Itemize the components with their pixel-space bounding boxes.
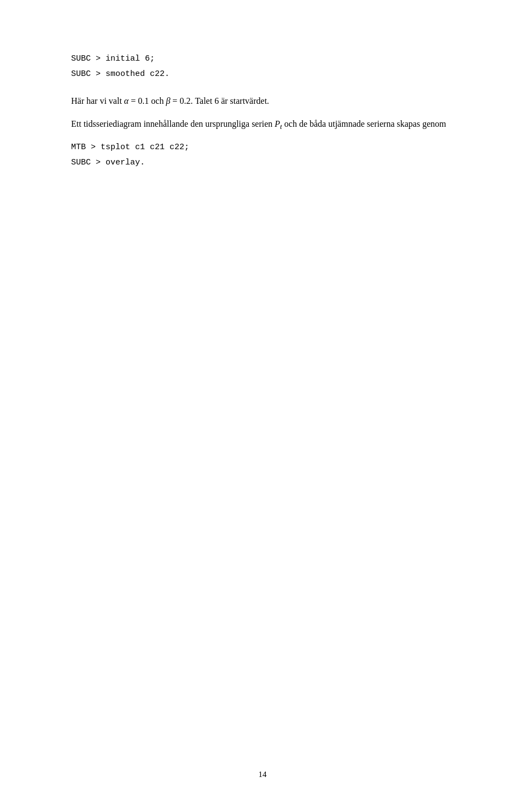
page-number: 14 [259, 770, 267, 779]
code-line-smoothed: SUBC > smoothed c22. [71, 68, 454, 81]
code-line-tsplot: MTB > tsplot c1 c21 c22; [71, 141, 454, 154]
code-line-overlay: SUBC > overlay. [71, 156, 454, 169]
code-block-subc-initial: SUBC > initial 6; [71, 52, 454, 66]
math-Pt: Pt [275, 119, 282, 128]
page: SUBC > initial 6; SUBC > smoothed c22. H… [0, 0, 525, 812]
content: SUBC > initial 6; SUBC > smoothed c22. H… [71, 52, 454, 169]
code-block-subc-smoothed: SUBC > smoothed c22. [71, 68, 454, 81]
code-block-subc-overlay: SUBC > overlay. [71, 156, 454, 169]
paragraph-alpha-beta: Här har vi valt α = 0.1 och β = 0.2. Tal… [71, 94, 454, 108]
code-line-initial: SUBC > initial 6; [71, 52, 454, 66]
math-alpha: α [124, 96, 129, 105]
code-block-mtb-tsplot: MTB > tsplot c1 c21 c22; [71, 141, 454, 154]
math-beta: β [166, 96, 170, 105]
paragraph-tidserie: Ett tidsseriediagram innehållande den ur… [71, 117, 454, 133]
